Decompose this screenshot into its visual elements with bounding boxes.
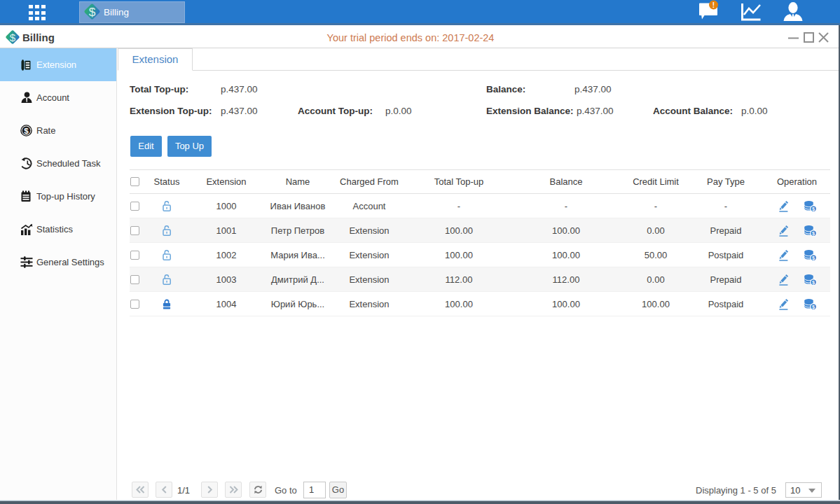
svg-text:$: $	[89, 4, 96, 18]
svg-text:$: $	[24, 127, 29, 135]
svg-text:!: !	[712, 1, 715, 9]
svg-text:$: $	[10, 31, 16, 43]
